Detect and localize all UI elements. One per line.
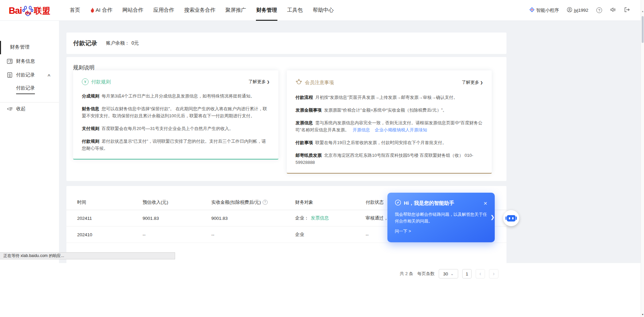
scroll-up-arrow[interactable]: ▲ [641,10,644,12]
balance-label: 账户余额： [106,40,129,46]
sidebar-section-finance-management[interactable]: 财务管理 [10,44,30,50]
flame-icon [90,8,95,13]
baidu-union-logo[interactable]: Bai du 联盟 [9,5,51,16]
assistant-title: Hi，我是您的智能助手 [404,200,454,206]
rule-item: 分成规则每月第3或4个工作日产出上月分成信息及发票信息，如有特殊情况将提前通知。 [82,92,270,100]
sidebar-item-finance-info[interactable]: 财务信息 [0,58,59,65]
nav-item-app[interactable]: 应用合作 [148,0,179,21]
col-estimated-income: 预估收入(元) [143,199,211,205]
rule-item: 发票金额事项发票票面“价税合计”金额=系统中“实收金额（扣除税费后/元）”。 [296,107,483,114]
small-taxpayer-guide-link[interactable]: 企业小规模纳税人开票须知 [375,127,427,132]
sidebar-item-label: 财务信息 [16,58,35,64]
total-count: 共 2 条 [400,271,413,277]
cell-actual: 9001.83 [211,216,295,221]
col-finance-entity: 财务对象 [295,199,366,205]
nav-item-juping[interactable]: 聚屏推广 [220,0,251,21]
rule-text: 百度联盟会在每月20号—31号支付企业会员上个自然月产生的收入。 [102,126,233,131]
entity-label: 企业 [295,232,304,237]
help-button[interactable]: ? [596,7,602,13]
page-number-1[interactable]: 1 [462,269,472,278]
nav-item-finance[interactable]: 财务管理 [251,0,282,21]
payment-rules-panel: ¥ 付款规则 了解更多 ❯ 分成规则每月第3或4个工作日产出上月分成信息及发票信… [73,70,278,160]
rule-item: 邮寄纸质发票北京市海淀区西北旺东路10号院百度科技园5号楼 百度联盟财务组（收）… [296,152,483,166]
baidu-paw-icon: du [22,5,34,16]
nav-item-help-center[interactable]: 帮助中心 [308,0,338,21]
cell-time: 202411 [77,216,143,221]
sidebar-collapse-button[interactable]: 收起 [0,105,59,113]
logo-text-bai: Bai [9,6,22,16]
per-page-select[interactable]: 30 ⌄ [439,269,458,278]
assistant-arrow-icon: ❯ [490,214,495,220]
rule-text: 您可以在财务信息中选择“保留付款”。 在此期间您产生的收入将在账户内进行累计，联… [82,106,267,118]
more-label: 了解更多 [249,79,266,85]
chevron-up-icon[interactable]: ∧ [47,73,51,77]
sidebar-subitem-payment-record[interactable]: 付款记录 [16,85,35,94]
top-nav: Bai du 联盟 首页 AI 合作 网站合作 [0,0,644,21]
cell-estimated: -- [143,232,211,237]
nav-right: 智能小程序 jyj1992 ? [529,7,630,13]
user-icon [567,7,572,13]
rule-item: 付款事项联盟在每月19日之后签收的发票，付款时间安排在下个月首批支付。 [296,139,483,146]
cell-actual: -- [211,232,295,237]
nav-item-home[interactable]: 首页 [65,0,85,21]
compass-icon [395,199,401,207]
nav-item-toolkit[interactable]: 工具包 [282,0,308,21]
crown-icon [296,78,302,86]
account-balance: 账户余额：0元 [106,40,139,46]
miniapp-entry[interactable]: 智能小程序 [529,7,559,13]
collapse-icon [7,106,13,113]
assistant-ask-link[interactable]: 问一下 > [395,229,487,234]
nav-item-ai[interactable]: AI 合作 [85,0,117,21]
page-header-card: 付款记录 账户余额：0元 [66,33,506,54]
rule-text: 每月第3或4个工作日产出上月分成信息及发票信息，如有特殊情况将提前通知。 [102,93,255,99]
col-actual-amount: 实收金额(扣除税费后/元) ? [211,199,295,205]
scrollbar-thumb[interactable] [642,16,644,43]
entity-label: 企业： [295,215,309,220]
rule-label: 发票金额事项 [296,108,322,113]
rule-item: 发票信息需与系统内发票信息内容完全一致，否则无法支付。请根据发票信息页面中“百度… [296,119,483,133]
member-notes-body: 付款流程月初按“发票信息”页面开具发票→上传发票→邮寄发票→审核→确认支付。 发… [296,94,483,166]
cell-entity: 企业 [295,232,366,238]
more-label: 了解更多 [462,79,479,85]
payment-rules-more-link[interactable]: 了解更多 ❯ [249,79,270,85]
user-entry[interactable]: jyj1992 [567,7,588,13]
rule-text: 北京市海淀区西北旺东路10号院百度科技园5号楼 百度联盟财务组（收） 010-5… [296,153,473,165]
chevron-down-icon: ⌄ [450,272,454,275]
col-actual-amount-label: 实收金额(扣除税费后/元) [211,199,261,205]
rule-label: 付款流程 [296,95,313,100]
pagination: 共 2 条 每页条数 30 ⌄ 1 ‹ › [400,269,498,278]
member-notes-title: 会员注意事项 [305,79,334,86]
assistant-body: 我会帮助您诊断合作链路问题，以及解答您关于任何合作相关的问题。 [395,211,491,225]
screen: Bai du 联盟 首页 AI 合作 网站合作 [0,0,644,317]
nav-item-label: AI 合作 [96,7,112,14]
rule-item: 支付规则百度联盟会在每月20号—31号支付企业会员上个自然月产生的收入。 [82,125,270,132]
coin-icon: ¥ [82,78,89,85]
member-notes-header: 会员注意事项 了解更多 ❯ [296,78,483,86]
invoice-info-link[interactable]: 发票信息 [311,215,329,220]
collapse-label: 收起 [16,106,25,112]
scroll-down-arrow[interactable]: ▼ [641,313,644,316]
finance-info-icon [7,58,13,64]
assistant-robot-button[interactable] [503,210,519,226]
prev-page-button[interactable]: ‹ [476,269,485,278]
invoice-info-link[interactable]: 开票信息 [353,127,370,132]
payment-rules-header: ¥ 付款规则 了解更多 ❯ [82,78,270,85]
rule-item: 付款规则若付款状态显示“已支付”，说明联盟已安排了您的付款。支付后三个工作日内到… [82,138,270,152]
announcement-button[interactable] [610,7,616,13]
rule-label: 财务信息 [82,106,99,111]
chevron-right-icon: ❯ [267,80,270,84]
col-time: 时间 [77,199,143,205]
logout-icon [624,7,630,13]
rule-label: 支付规则 [82,126,99,131]
logout-button[interactable] [624,7,630,13]
nav-item-website[interactable]: 网站合作 [117,0,148,21]
next-page-button[interactable]: › [489,269,498,278]
member-notes-more-link[interactable]: 了解更多 ❯ [462,79,483,85]
close-icon[interactable]: ✕ [483,201,487,206]
sidebar-item-payment-record[interactable]: 付款记录 ∧ [0,71,59,79]
nav-item-search-business[interactable]: 搜索业务合作 [179,0,220,21]
payment-rules-body: 分成规则每月第3或4个工作日产出上月分成信息及发票信息，如有特殊情况将提前通知。… [82,92,270,152]
rule-text: 月初按“发票信息”页面开具发票→上传发票→邮寄发票→审核→确认支付。 [315,95,458,100]
rule-label: 发票信息 [296,120,313,125]
info-tooltip-icon[interactable]: ? [263,200,268,205]
